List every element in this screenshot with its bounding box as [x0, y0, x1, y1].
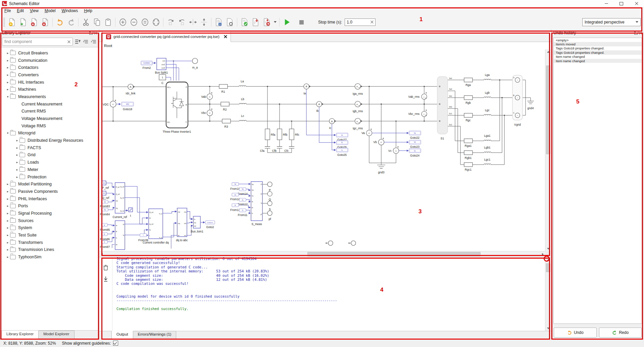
chevron-right-icon[interactable]: ▸	[5, 241, 10, 244]
undo-history-item[interactable]: Tags Goto18 properties changed.	[554, 50, 642, 54]
inductor-lb[interactable]: Lb	[239, 97, 246, 104]
scroll-right-icon[interactable]	[542, 253, 544, 256]
from14-tag[interactable]: VbFrom14	[238, 188, 248, 196]
tree-item-system[interactable]: ▸System	[0, 224, 99, 232]
tree-item-distributed-energy-resources[interactable]: ▸Distributed Energy Resources	[0, 137, 99, 144]
float-panel-icon[interactable]	[89, 32, 93, 35]
chevron-right-icon[interactable]: ▸	[5, 248, 10, 251]
inductor-la[interactable]: La	[239, 80, 246, 86]
from83-tag[interactable]: VdFrom83	[100, 200, 110, 208]
goto24-tag[interactable]: VcGoto24	[409, 148, 421, 157]
menu-item-model[interactable]: Model	[42, 8, 59, 14]
tab-library-explorer[interactable]: Library Explorer	[1, 331, 39, 340]
goto2-tag[interactable]: modulatorGoto2	[205, 221, 215, 229]
gnd3-ground[interactable]: gnd3	[378, 171, 385, 174]
sort-icon[interactable]	[75, 39, 81, 45]
undo-toolbar-button[interactable]	[54, 17, 65, 28]
redo-button[interactable]: Redo	[599, 328, 642, 338]
constant-c[interactable]: 1 C	[159, 75, 166, 85]
q-ref-source[interactable]: SCQ_ref	[102, 191, 109, 200]
goto22-tag[interactable]: VaGoto22	[409, 131, 421, 139]
t-block[interactable]: t	[129, 208, 133, 217]
from12-tag[interactable]: IaFrom12	[238, 198, 248, 206]
goto23-tag[interactable]: VbGoto23	[409, 140, 421, 148]
tree-item-measurements[interactable]: ▾Measurements	[0, 93, 99, 100]
goto25-tag[interactable]: IcGoto25	[336, 148, 348, 156]
tab-errors-warnings[interactable]: Errors/Warnings (1)	[133, 331, 177, 339]
chevron-right-icon[interactable]: ▸	[15, 168, 19, 171]
menu-item-help[interactable]: Help	[81, 8, 95, 14]
run-button[interactable]	[281, 17, 292, 28]
tree-item-machines[interactable]: ▸Machines	[0, 86, 99, 93]
chevron-right-icon[interactable]: ▸	[15, 153, 19, 157]
undo-history-item[interactable]: Item name changed	[554, 59, 642, 63]
scroll-to-end-icon[interactable]	[103, 276, 108, 282]
chevron-right-icon[interactable]: ▸	[5, 190, 10, 193]
menu-item-windows[interactable]: Windows	[59, 8, 81, 14]
schematic-drawing[interactable]: < VDC VDC Goto18 A Idc_link mod	[99, 49, 545, 251]
tree-item-loads[interactable]: ▸Loads	[0, 159, 99, 166]
undo-history-item[interactable]: Item/s moved	[554, 42, 642, 46]
flip-horizontal-button[interactable]	[187, 17, 198, 28]
tree-item-converters[interactable]: ▸Converters	[0, 71, 99, 79]
undo-button[interactable]: Undo	[554, 328, 597, 338]
vc-voltmeter[interactable]: <Vc	[388, 146, 399, 154]
open-model-button[interactable]	[17, 17, 29, 28]
menu-item-file[interactable]: File	[1, 8, 14, 14]
chevron-right-icon[interactable]: ▸	[5, 233, 10, 237]
s-meas-block[interactable]: Va Vb Vc Ia Ib Ic P Q S pf S_meas	[251, 182, 262, 226]
bus-split1[interactable]: out out1 out2 Bus Split1	[155, 58, 168, 74]
tree-item-current-measurement[interactable]: Current Measurement	[0, 100, 99, 108]
close-button[interactable]	[629, 0, 644, 7]
s1-switch-bank[interactable]: Sa1 Sa2 Sb1 Sb2 Sc1 Sc2 S1	[437, 77, 452, 140]
guidelines-checkbox[interactable]	[113, 341, 118, 346]
current-ref-block[interactable]: P_ref Q_ref Vd Vq Id_ref Iq_ref Id_ref C…	[113, 183, 128, 219]
tree-item-facts[interactable]: ▸FACTS	[0, 144, 99, 151]
igc-rms-ammeter[interactable]: ArmsIgc_rms	[353, 118, 363, 130]
zoom-fit-button[interactable]	[150, 17, 161, 28]
close-panel-icon[interactable]	[639, 32, 642, 34]
vdc-source[interactable]: < VDC	[103, 100, 116, 107]
model-script-button[interactable]	[213, 17, 224, 28]
stop-button[interactable]	[296, 17, 307, 28]
idc-link-ammeter[interactable]: A Idc_link	[126, 84, 136, 95]
ib-ammeter[interactable]: AIb	[316, 101, 324, 113]
tree-item-passive-components[interactable]: ▸Passive Components	[0, 188, 99, 195]
dq-to-abc-block[interactable]: md mq wt ma mb mc dq to abc	[176, 208, 188, 242]
flip-vertical-button[interactable]	[198, 17, 209, 28]
chevron-right-icon[interactable]: ▸	[15, 139, 19, 142]
chevron-right-icon[interactable]: ▸	[5, 73, 10, 77]
grid-rl-network[interactable]: Rga Rgb Rgc Lga Lgb Lgc Rga1 Rgb1 Rgc1 L…	[464, 73, 491, 171]
close-panel-icon[interactable]	[94, 32, 97, 34]
from2-tag[interactable]: modulator From2	[141, 61, 152, 69]
save-as-button[interactable]	[40, 17, 51, 28]
chevron-right-icon[interactable]: ▸	[5, 219, 10, 222]
model-settings-button[interactable]	[224, 17, 235, 28]
chevron-right-icon[interactable]: ▸	[5, 255, 10, 259]
copy-button[interactable]	[91, 17, 102, 28]
cut-button[interactable]	[80, 17, 91, 28]
chevron-right-icon[interactable]: ▸	[5, 182, 10, 186]
tree-item-signal-processing[interactable]: ▸Signal Processing	[0, 210, 99, 217]
rotate-cw-button[interactable]	[165, 17, 176, 28]
ia-ammeter[interactable]: AIa	[303, 84, 311, 95]
vbc-voltmeter[interactable]: < Vbc	[201, 109, 212, 116]
ic-ammeter[interactable]: AIc	[329, 118, 336, 129]
scroll-down-icon[interactable]	[547, 248, 550, 250]
chevron-right-icon[interactable]: ▸	[5, 51, 10, 55]
tree-item-model-partitioning[interactable]: ▸Model Partitioning	[0, 180, 99, 188]
tab-model-explorer[interactable]: Model Explorer	[38, 331, 74, 340]
zoom-out-button[interactable]	[128, 17, 139, 28]
chevron-right-icon[interactable]: ▸	[5, 88, 10, 91]
tree-item-transmission-lines[interactable]: ▸Transmission Lines	[0, 246, 99, 254]
chevron-right-icon[interactable]: ▸	[5, 212, 10, 215]
tree-item-test-suite[interactable]: ▸Test Suite	[0, 231, 99, 239]
resistor-r2[interactable]: R2	[221, 102, 229, 111]
chevron-right-icon[interactable]: ▸	[15, 146, 19, 149]
console-scrollbar[interactable]	[545, 257, 551, 331]
toolbar-grip[interactable]	[3, 18, 5, 27]
tree-item-transformers[interactable]: ▸Transformers	[0, 239, 99, 246]
maximize-button[interactable]	[614, 0, 629, 7]
goto27-tag[interactable]: IaGoto27	[336, 133, 348, 141]
tree-item-voltage-rms[interactable]: Voltage RMS	[0, 122, 99, 130]
